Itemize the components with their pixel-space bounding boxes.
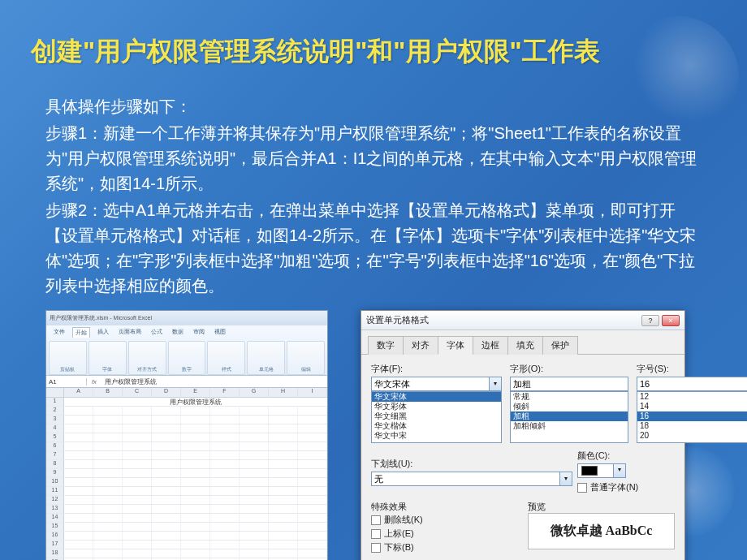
underline-combo[interactable]: ▾ — [371, 472, 572, 486]
list-item[interactable]: 常规 — [511, 392, 628, 402]
chevron-down-icon[interactable]: ▾ — [560, 472, 572, 486]
checkbox[interactable] — [577, 483, 587, 493]
list-item[interactable]: 14 — [637, 402, 747, 411]
row-header[interactable]: 9 — [46, 469, 64, 477]
column-headers: A B C D E F G H I — [46, 388, 327, 398]
list-item[interactable]: 华文彩体 — [372, 402, 501, 411]
dialog-tab[interactable]: 保护 — [542, 336, 578, 355]
row-header[interactable]: 12 — [46, 496, 64, 504]
row-header[interactable]: 2 — [46, 407, 64, 415]
row-header[interactable]: 1 — [46, 398, 64, 406]
list-item[interactable]: 18 — [637, 421, 747, 431]
list-item[interactable]: 12 — [637, 392, 747, 402]
grid-row: 7 — [46, 451, 327, 460]
checkbox[interactable] — [371, 543, 381, 553]
dialog-tab[interactable]: 对齐 — [403, 336, 438, 355]
row-header[interactable]: 13 — [46, 505, 64, 513]
list-item[interactable]: 加粗 — [511, 411, 628, 421]
screenshot-row: 用户权限管理系统.xlsm - Microsoft Excel 文件 开始 插入… — [31, 310, 724, 560]
effects-label: 特殊效果 — [371, 501, 518, 513]
ribbon-tab[interactable]: 文件 — [51, 327, 67, 338]
checkbox[interactable] — [371, 529, 381, 539]
close-icon[interactable]: × — [662, 315, 680, 326]
col-header[interactable]: D — [152, 388, 181, 397]
row-header[interactable]: 11 — [46, 487, 64, 495]
list-item[interactable]: 华文细黑 — [372, 411, 501, 421]
col-header[interactable]: F — [210, 388, 240, 397]
row-header[interactable]: 4 — [46, 424, 64, 433]
grid-row: 12 — [46, 496, 327, 505]
row-header[interactable]: 14 — [46, 514, 64, 522]
select-all-corner[interactable] — [46, 388, 64, 397]
row-header[interactable]: 3 — [46, 416, 64, 424]
list-item[interactable]: 20 — [637, 431, 747, 441]
grid-row: 13 — [46, 505, 327, 514]
dialog-tab[interactable]: 填充 — [507, 336, 543, 355]
size-combo[interactable] — [637, 377, 747, 391]
chevron-down-icon[interactable]: ▾ — [490, 377, 502, 391]
style-input[interactable] — [510, 377, 628, 391]
color-label: 颜色(C): — [577, 450, 675, 462]
list-item[interactable]: 倾斜 — [511, 402, 628, 411]
dialog-tab[interactable]: 数字 — [368, 336, 404, 355]
row-header[interactable]: 10 — [46, 478, 64, 486]
row-header[interactable]: 18 — [46, 549, 64, 558]
row-header[interactable]: 16 — [46, 532, 64, 540]
excel-ribbon: 文件 开始 插入 页面布局 公式 数据 审阅 视图 剪贴板 字体 对齐方式 数字… — [46, 325, 327, 376]
chevron-down-icon[interactable]: ▾ — [613, 464, 625, 477]
size-listbox[interactable]: 12 14 16 18 20 — [637, 391, 747, 443]
list-item[interactable]: 16 — [637, 411, 747, 421]
row-header[interactable]: 5 — [46, 433, 64, 442]
checkbox[interactable] — [371, 515, 381, 525]
ribbon-tab[interactable]: 视图 — [212, 327, 228, 338]
style-listbox[interactable]: 常规 倾斜 加粗 加粗倾斜 — [510, 391, 628, 443]
col-header[interactable]: B — [93, 388, 123, 397]
ribbon-tab[interactable]: 审阅 — [191, 327, 207, 338]
col-header[interactable]: G — [240, 388, 269, 397]
preview-label: 预览 — [528, 501, 675, 513]
ribbon-tab[interactable]: 开始 — [72, 327, 90, 338]
font-combo[interactable]: ▾ — [371, 377, 502, 391]
col-header[interactable]: E — [181, 388, 210, 397]
ribbon-tab[interactable]: 插入 — [95, 327, 111, 338]
help-icon[interactable]: ? — [641, 315, 659, 326]
dialog-tab[interactable]: 边框 — [473, 336, 508, 355]
underline-input[interactable] — [371, 472, 560, 486]
grid-row: 6 — [46, 442, 327, 451]
style-label: 字形(O): — [510, 363, 628, 375]
row-header[interactable]: 6 — [46, 442, 64, 450]
ribbon-tab[interactable]: 数据 — [170, 327, 186, 338]
col-header[interactable]: I — [298, 388, 327, 397]
list-item[interactable]: 加粗倾斜 — [511, 421, 628, 431]
col-header[interactable]: A — [64, 388, 93, 397]
row-header[interactable]: 15 — [46, 523, 64, 531]
excel-screenshot: 用户权限管理系统.xlsm - Microsoft Excel 文件 开始 插入… — [45, 310, 328, 560]
size-input[interactable] — [637, 377, 747, 391]
row-header[interactable]: 7 — [46, 451, 64, 459]
list-item[interactable]: 华文中宋 — [372, 431, 501, 441]
ribbon-tab[interactable]: 公式 — [149, 327, 165, 338]
row-header[interactable]: 8 — [46, 460, 64, 468]
name-box[interactable]: A1 — [46, 378, 87, 386]
font-input[interactable] — [371, 377, 490, 391]
ribbon-tab[interactable]: 页面布局 — [116, 327, 144, 338]
col-header[interactable]: C — [123, 388, 152, 397]
fx-icon[interactable]: fx — [87, 378, 101, 386]
dialog-tab[interactable]: 字体 — [438, 336, 473, 355]
grid-row: 10 — [46, 478, 327, 487]
font-listbox[interactable]: 华文宋体 华文彩体 华文细黑 华文楷体 华文中宋 — [371, 391, 502, 443]
color-picker[interactable]: ▾ — [577, 463, 626, 478]
row-header[interactable]: 17 — [46, 541, 64, 549]
excel-title-text: 用户权限管理系统.xlsm - Microsoft Excel — [50, 314, 152, 322]
list-item[interactable]: 华文宋体 — [372, 392, 501, 402]
grid-row: 3 — [46, 416, 327, 424]
style-combo[interactable] — [510, 377, 628, 391]
formula-value[interactable]: 用户权限管理系统 — [101, 377, 160, 386]
list-item[interactable]: 华文楷体 — [372, 421, 501, 431]
merged-cell[interactable]: 用户权限管理系统 — [64, 398, 327, 406]
size-label: 字号(S): — [637, 363, 747, 375]
dialog-tabs: 数字 对齐 字体 边框 填充 保护 — [361, 330, 684, 355]
col-header[interactable]: H — [269, 388, 298, 397]
grid-row: 8 — [46, 460, 327, 469]
ribbon-group: 编辑 — [287, 341, 325, 375]
